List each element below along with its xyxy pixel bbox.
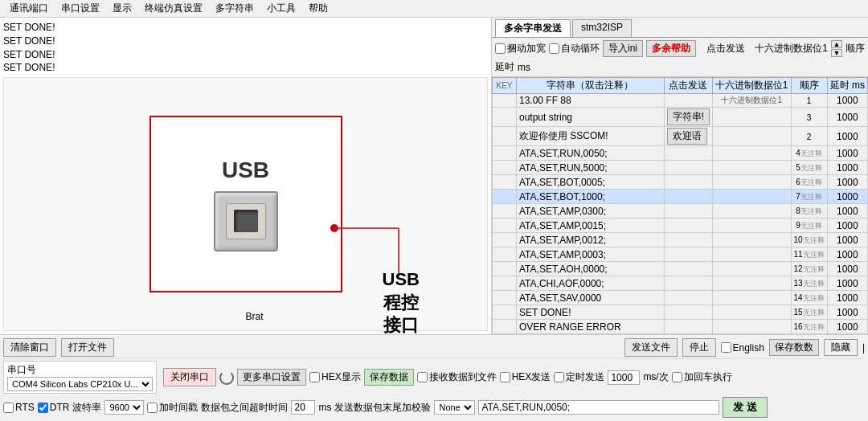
cell-sendbtn[interactable] bbox=[664, 276, 712, 291]
table-row[interactable]: SET DONE!15无注释1000 bbox=[493, 305, 868, 320]
cell-sendbtn[interactable] bbox=[664, 233, 712, 247]
save-data-btn[interactable]: 保存数据 bbox=[364, 369, 414, 386]
order-up-btn[interactable]: ▲ bbox=[831, 40, 842, 48]
table-row[interactable]: 欢迎你使用 SSCOM!欢迎语21000 bbox=[493, 127, 868, 146]
dtr-checkbox[interactable] bbox=[38, 403, 48, 413]
cell-sendbtn[interactable] bbox=[664, 291, 712, 305]
cell-cmd[interactable]: output string bbox=[517, 108, 665, 127]
cell-cmd[interactable]: 欢迎你使用 SSCOM! bbox=[517, 127, 665, 146]
cell-sendbtn[interactable] bbox=[664, 161, 712, 175]
table-row[interactable]: ATA,SET,RUN,0050;4无注释1000 bbox=[493, 146, 868, 161]
cell-sendbtn[interactable]: 欢迎语 bbox=[664, 127, 712, 146]
cell-cmd[interactable]: ATA,SET,AOH,0000; bbox=[517, 262, 665, 276]
baud-select[interactable]: 9600 bbox=[104, 400, 144, 415]
hex-send-checkbox[interactable] bbox=[500, 372, 510, 382]
hide-btn[interactable]: 隐藏 bbox=[824, 339, 858, 356]
port-select[interactable]: COM4 Silicon Labs CP210x U... bbox=[7, 377, 153, 391]
command-table-container[interactable]: KEY 字符串（双击注释） 点击发送 十六进制数据位1 顺序 延时 ms 13.… bbox=[492, 77, 868, 334]
cell-cmd[interactable]: ATA,SET,AMP,0012; bbox=[517, 233, 665, 247]
cell-cmd[interactable]: ATA,SET,AMP,0003; bbox=[517, 247, 665, 262]
cell-order: 14无注释 bbox=[791, 291, 827, 305]
more-settings-btn[interactable]: 更多串口设置 bbox=[237, 369, 306, 386]
cell-cmd[interactable]: ATA,SET,AMP,0015; bbox=[517, 219, 665, 233]
table-row[interactable]: ATA,SET,RUN,5000;5无注释1000 bbox=[493, 161, 868, 175]
english-checkbox[interactable] bbox=[721, 342, 731, 353]
table-row[interactable]: output string字符串!31000 bbox=[493, 108, 868, 127]
cell-cmd[interactable]: 13.00 FF 88 bbox=[517, 94, 665, 108]
cell-sendbtn[interactable] bbox=[664, 247, 712, 262]
cell-cmd[interactable]: OVER RANGE ERROR bbox=[517, 320, 665, 334]
close-port-btn[interactable]: 关闭串口 bbox=[163, 368, 216, 386]
table-row[interactable]: ATA,SET,AMP,0003;11无注释1000 bbox=[493, 247, 868, 262]
send-input[interactable] bbox=[478, 400, 719, 415]
tab-stm32isp[interactable]: stm32ISP bbox=[572, 19, 632, 37]
open-file-btn[interactable]: 打开文件 bbox=[61, 338, 114, 357]
menu-port[interactable]: 通讯端口 bbox=[3, 0, 55, 17]
help-btn[interactable]: 多余帮助 bbox=[646, 40, 696, 57]
loop-checkbox-label: 捆动加宽 bbox=[495, 42, 546, 55]
cell-sendbtn[interactable] bbox=[664, 175, 712, 190]
send-cmd-btn[interactable]: 字符串! bbox=[667, 108, 710, 125]
add-time-checkbox[interactable] bbox=[147, 403, 158, 413]
menu-serial-settings[interactable]: 串口设置 bbox=[55, 0, 106, 17]
cell-order: 9无注释 bbox=[791, 219, 827, 233]
table-row[interactable]: ATA,SET,AMP,0015;9无注释1000 bbox=[493, 219, 868, 233]
hex-display-checkbox[interactable] bbox=[309, 372, 320, 382]
cell-sendbtn[interactable] bbox=[664, 219, 712, 233]
cell-sendbtn[interactable] bbox=[664, 204, 712, 219]
recv-file-checkbox[interactable] bbox=[417, 372, 428, 382]
save-param-btn[interactable]: 保存数数 bbox=[769, 339, 819, 356]
col-key: KEY bbox=[493, 78, 517, 94]
timeout-ms-label: ms bbox=[318, 402, 331, 413]
table-row[interactable]: ATA,SET,AMP,0012;10无注释1000 bbox=[493, 233, 868, 247]
timeout-input[interactable] bbox=[291, 400, 315, 415]
table-row[interactable]: ATA,SET,SAV,000014无注释1000 bbox=[493, 291, 868, 305]
menu-display[interactable]: 显示 bbox=[106, 0, 138, 17]
cell-delay: 1000 bbox=[827, 247, 867, 262]
send-file-btn[interactable]: 发送文件 bbox=[624, 338, 678, 357]
order-stepper[interactable]: ▲ ▼ bbox=[831, 40, 842, 57]
cell-cmd[interactable]: SET DONE! bbox=[517, 305, 665, 320]
rts-checkbox[interactable] bbox=[3, 403, 14, 413]
cell-sendbtn[interactable] bbox=[664, 320, 712, 334]
cell-cmd[interactable]: ATA,SET,RUN,0050; bbox=[517, 146, 665, 161]
tab-multistring[interactable]: 多余字串发送 bbox=[495, 19, 571, 37]
cell-hex bbox=[712, 127, 791, 146]
table-row[interactable]: ATA,SET,BOT,0005;6无注释1000 bbox=[493, 175, 868, 190]
cell-cmd[interactable]: ATA,SET,AMP,0300; bbox=[517, 204, 665, 219]
timed-value-input[interactable] bbox=[608, 370, 640, 385]
table-row[interactable]: 13.00 FF 88十六进制数据位111000 bbox=[493, 94, 868, 108]
cell-cmd[interactable]: ATA,SET,SAV,0000 bbox=[517, 291, 665, 305]
cell-sendbtn[interactable] bbox=[664, 305, 712, 320]
cell-cmd[interactable]: ATA,CHI,AOF,0000; bbox=[517, 276, 665, 291]
menu-tools[interactable]: 小工具 bbox=[260, 0, 302, 17]
timed-send-checkbox[interactable] bbox=[554, 372, 564, 382]
table-row[interactable]: ATA,SET,BOT,1000;7无注释1000 bbox=[493, 190, 868, 204]
cell-cmd[interactable]: ATA,SET,BOT,1000; bbox=[517, 190, 665, 204]
cell-cmd[interactable]: ATA,SET,BOT,0005; bbox=[517, 175, 665, 190]
add-newline-checkbox[interactable] bbox=[672, 372, 682, 382]
menu-terminal[interactable]: 终端仿真设置 bbox=[138, 0, 209, 17]
table-row[interactable]: ATA,SET,AOH,0000;12无注释1000 bbox=[493, 262, 868, 276]
send-cmd-btn[interactable]: 欢迎语 bbox=[667, 128, 707, 145]
table-row[interactable]: ATA,CHI,AOF,0000;13无注释1000 bbox=[493, 276, 868, 291]
import-ini-btn[interactable]: 导入ini bbox=[603, 40, 643, 57]
clear-window-btn[interactable]: 清除窗口 bbox=[3, 338, 56, 357]
refresh-icon[interactable] bbox=[219, 370, 234, 385]
table-row[interactable]: OVER RANGE ERROR16无注释1000 bbox=[493, 320, 868, 334]
cell-sendbtn[interactable]: 字符串! bbox=[664, 108, 712, 127]
cell-sendbtn[interactable] bbox=[664, 94, 712, 108]
order-down-btn[interactable]: ▼ bbox=[831, 49, 842, 57]
loop-checkbox[interactable] bbox=[495, 43, 506, 54]
cell-sendbtn[interactable] bbox=[664, 262, 712, 276]
menu-help[interactable]: 帮助 bbox=[302, 0, 334, 17]
cell-sendbtn[interactable] bbox=[664, 146, 712, 161]
table-row[interactable]: ATA,SET,AMP,0300;8无注释1000 bbox=[493, 204, 868, 219]
cell-cmd[interactable]: ATA,SET,RUN,5000; bbox=[517, 161, 665, 175]
send-btn[interactable]: 发 送 bbox=[723, 397, 768, 418]
auto-loop-checkbox[interactable] bbox=[549, 43, 559, 54]
cell-sendbtn[interactable] bbox=[664, 190, 712, 204]
stop-btn[interactable]: 停止 bbox=[682, 338, 716, 357]
menu-multistring[interactable]: 多字符串 bbox=[209, 0, 260, 17]
checksum-select[interactable]: None bbox=[434, 400, 475, 415]
